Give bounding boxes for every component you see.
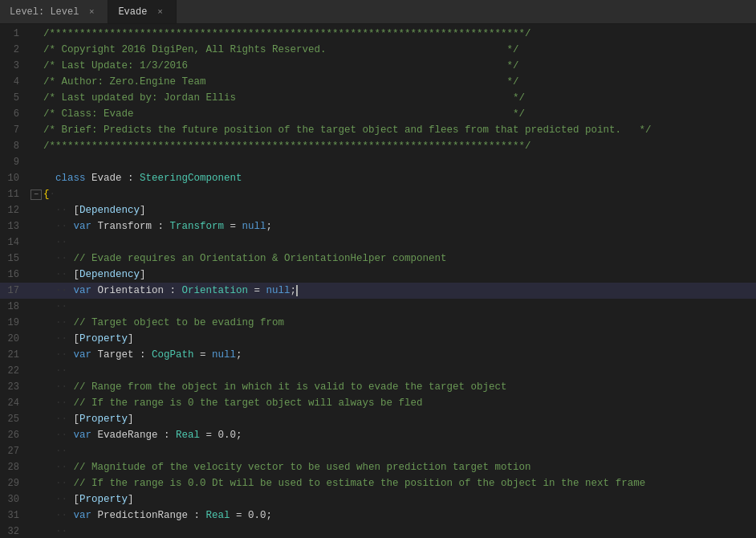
line-number: 3 — [0, 60, 30, 71]
line-number: 6 — [0, 108, 30, 120]
table-row: 19 ·· // Target object to be evading fro… — [0, 315, 756, 331]
code-scroll[interactable]: 1/**************************************… — [0, 24, 756, 538]
line-content: ·· — [43, 234, 756, 251]
token-indent2: ·· — [43, 397, 67, 409]
line-content: ·· [Property] — [43, 411, 756, 427]
table-row: 1/**************************************… — [0, 26, 756, 42]
token-indent2: ·· — [43, 221, 74, 232]
table-row: 15 ·· // Evade requires an Orientation &… — [0, 251, 756, 267]
token-kw: var — [74, 285, 92, 296]
tab-evade-label: Evade — [118, 6, 147, 18]
token-plain: Target : — [91, 349, 152, 361]
line-number: 16 — [0, 269, 30, 280]
token-comment: // Magnitude of the velocity vector to b… — [67, 462, 531, 473]
token-comment: // Target object to be evading from — [67, 317, 284, 328]
line-number: 18 — [0, 301, 30, 312]
line-number: 32 — [0, 526, 30, 537]
line-number: 11 — [0, 189, 30, 200]
token-bracket2: ] — [140, 205, 146, 216]
line-content: ·· [Property] — [43, 491, 756, 507]
line-number: 17 — [0, 285, 30, 296]
tab-evade[interactable]: Evade × — [108, 0, 177, 23]
token-dot: · — [50, 189, 56, 200]
token-comment: /* Last updated by: Jordan Ellis */ — [43, 92, 525, 104]
table-row: 13 ·· var Transform : Transform = null; — [0, 218, 756, 234]
table-row: 26 ·· var EvadeRange : Real = 0.0; — [0, 427, 756, 443]
line-content: ·· — [43, 443, 756, 459]
line-content: ·· var EvadeRange : Real = 0.0; — [43, 427, 756, 443]
table-row: 27 ·· — [0, 443, 756, 459]
token-indent2: ·· — [43, 349, 74, 361]
table-row: 20 ·· [Property] — [0, 331, 756, 347]
line-content: ·· // Evade requires an Orientation & Or… — [43, 251, 756, 267]
table-row: 16 ·· [Dependency] — [0, 267, 756, 283]
token-indent2: ·· — [43, 333, 74, 344]
token-null-kw: null — [212, 349, 236, 361]
line-content: /* Author: Zero.Engine Team */ — [43, 74, 756, 90]
token-kw: var — [74, 349, 92, 361]
line-number: 7 — [0, 124, 30, 136]
table-row: 25 ·· [Property] — [0, 411, 756, 427]
token-type: SteeringComponent — [140, 173, 242, 184]
line-content: ·· var Transform : Transform = null; — [43, 218, 756, 234]
line-number: 4 — [0, 76, 30, 88]
token-indent2: ·· — [43, 237, 67, 248]
token-attr: Dependency — [79, 269, 140, 280]
token-type: Real — [206, 510, 230, 521]
token-indent2: ·· — [43, 526, 67, 537]
table-row: 14 ·· — [0, 234, 756, 251]
token-bracket2: [ — [74, 269, 80, 280]
table-row: 7/* Brief: Predicts the future position … — [0, 122, 756, 138]
token-indent2: ·· — [43, 365, 67, 377]
line-number: 23 — [0, 381, 30, 393]
token-type: Real — [176, 430, 200, 441]
token-indent — [43, 173, 55, 184]
token-indent2: ·· — [43, 446, 67, 457]
token-bracket2: [ — [74, 414, 80, 425]
token-plain: ; — [236, 349, 242, 361]
tab-evade-close[interactable]: × — [153, 6, 166, 18]
token-indent2: ·· — [43, 317, 67, 328]
token-comment: /* Last Update: 1/3/2016 */ — [43, 60, 519, 71]
token-plain: ; — [266, 221, 273, 232]
line-number: 30 — [0, 494, 30, 505]
line-content: ·· var Target : CogPath = null; — [43, 347, 756, 363]
token-kw: class — [55, 173, 86, 184]
line-content: class Evade : SteeringComponent — [43, 170, 756, 186]
line-number: 21 — [0, 349, 30, 361]
line-content: /***************************************… — [43, 26, 756, 42]
tab-bar: Level: Level × Evade × — [0, 0, 756, 24]
table-row: 22 ·· — [0, 363, 756, 379]
table-row: 21 ·· var Target : CogPath = null; — [0, 347, 756, 363]
table-row: 30 ·· [Property] — [0, 491, 756, 507]
table-row: 17 ·· var Orientation : Orientation = nu… — [0, 283, 756, 299]
token-type: Transform — [170, 221, 225, 232]
line-content: /* Last Update: 1/3/2016 */ — [43, 58, 756, 74]
line-number: 10 — [0, 173, 30, 184]
token-attr: Property — [79, 333, 128, 344]
token-type: CogPath — [152, 349, 194, 361]
table-row: 31 ·· var PredictionRange : Real = 0.0; — [0, 507, 756, 524]
token-plain: = — [248, 285, 266, 296]
tab-level-close[interactable]: × — [85, 6, 98, 18]
tab-level[interactable]: Level: Level × — [0, 0, 108, 23]
token-bracket: { — [43, 189, 50, 200]
line-number: 12 — [0, 205, 30, 216]
token-attr: Property — [79, 494, 128, 505]
line-content: ·· // Magnitude of the velocity vector t… — [43, 459, 756, 475]
collapse-button[interactable]: − — [30, 190, 42, 200]
line-content: ·· — [43, 363, 756, 379]
token-comment: /* Copyright 2016 DigiPen, All Rights Re… — [43, 44, 519, 55]
line-content: ·· // If the range is 0.0 Dt will be use… — [43, 475, 756, 491]
line-number: 20 — [0, 333, 30, 344]
line-content: ·· [Property] — [43, 331, 756, 347]
line-number: 9 — [0, 157, 30, 168]
line-number: 14 — [0, 237, 30, 248]
token-comment: // If the range is 0.0 Dt will be used t… — [67, 478, 645, 489]
token-plain: Evade : — [86, 173, 140, 184]
token-comment: /* Author: Zero.Engine Team */ — [43, 76, 519, 88]
line-number: 24 — [0, 397, 30, 409]
table-row: 24 ·· // If the range is 0 the target ob… — [0, 395, 756, 411]
token-comment: // Range from the object in which it is … — [67, 381, 507, 393]
table-row: 28 ·· // Magnitude of the velocity vecto… — [0, 459, 756, 475]
